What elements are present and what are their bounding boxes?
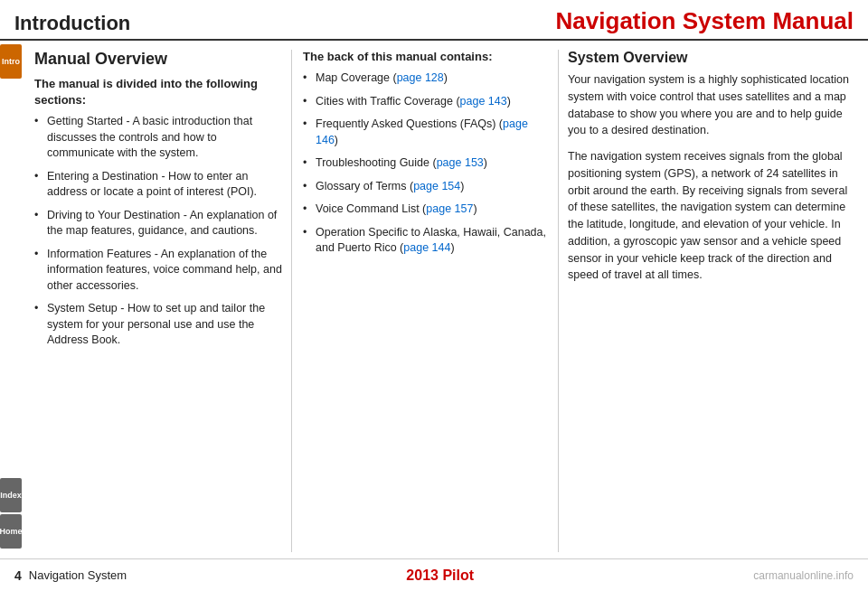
system-overview-p1: Your navigation system is a highly sophi…	[568, 71, 859, 139]
item-text: Map Coverage (	[316, 71, 397, 84]
page-header: Introduction Navigation System Manual	[0, 0, 868, 41]
item-text: Frequently Asked Questions (FAQs) (page …	[316, 117, 528, 146]
right-column: System Overview Your navigation system i…	[559, 50, 868, 552]
intro-tab[interactable]: Intro	[0, 44, 22, 79]
item-text: Cities with Traffic Coverage (page 143)	[316, 95, 511, 108]
list-item: Driving to Your Destination - An explana…	[34, 208, 282, 239]
page-link[interactable]: page 143	[460, 95, 507, 108]
footer-right: carmanualonline.info	[753, 569, 854, 582]
section-title: Introduction	[14, 12, 130, 35]
list-item: Frequently Asked Questions (FAQs) (page …	[303, 117, 547, 148]
list-item: Map Coverage (page 128)	[303, 70, 547, 87]
page-link[interactable]: page 154	[413, 180, 460, 192]
item-text: Troubleshooting Guide (page 153)	[316, 156, 487, 169]
list-item: Troubleshooting Guide (page 153)	[303, 155, 547, 172]
manual-title: Navigation System Manual	[556, 7, 854, 35]
system-overview-heading: System Overview	[568, 50, 859, 66]
system-overview-p2: The navigation system receives signals f…	[568, 148, 859, 284]
manual-subtitle: The manual is divided into the following…	[34, 76, 282, 108]
middle-column: The back of this manual contains: Map Co…	[292, 50, 559, 552]
page-link[interactable]: page 144	[403, 241, 450, 254]
footer-left: 4 Navigation System	[14, 568, 127, 583]
page-link[interactable]: page 146	[316, 117, 528, 146]
item-text: Glossary of Terms (page 154)	[316, 180, 464, 192]
list-item: Getting Started - A basic introduction t…	[34, 114, 282, 162]
page-link[interactable]: page 157	[426, 202, 473, 215]
list-item: Voice Command List (page 157)	[303, 202, 547, 218]
index-tab[interactable]: Index	[0, 478, 22, 512]
list-item: System Setup - How to set up and tailor …	[34, 301, 282, 349]
list-item: Operation Specific to Alaska, Hawaii, Ca…	[303, 225, 547, 257]
back-of-manual-heading: The back of this manual contains:	[303, 50, 547, 63]
item-text: Operation Specific to Alaska, Hawaii, Ca…	[316, 226, 546, 255]
list-item: Information Features - An explanation of…	[34, 247, 282, 295]
footer-center: 2013 Pilot	[406, 568, 474, 584]
list-item: Glossary of Terms (page 154)	[303, 179, 547, 195]
list-item: Entering a Destination - How to enter an…	[34, 169, 282, 201]
back-of-manual-list: Map Coverage (page 128) Cities with Traf…	[303, 70, 547, 257]
list-item: Cities with Traffic Coverage (page 143)	[303, 94, 547, 110]
main-content: Intro Index Home Manual Overview The man…	[0, 41, 868, 552]
manual-overview-heading: Manual Overview	[34, 50, 282, 69]
left-column: Manual Overview The manual is divided in…	[34, 50, 292, 552]
item-suffix: )	[444, 71, 448, 84]
page-number: 4	[14, 568, 22, 583]
sidebar-tabs: Intro Index Home	[0, 41, 25, 552]
home-tab[interactable]: Home	[0, 514, 22, 549]
footer-nav-text: Navigation System	[29, 568, 127, 582]
footer-model-text: 2013 Pilot	[406, 568, 474, 583]
content-area: Manual Overview The manual is divided in…	[25, 41, 868, 552]
page-link[interactable]: page 153	[437, 156, 484, 169]
page-footer: 4 Navigation System 2013 Pilot carmanual…	[0, 558, 868, 591]
page-link[interactable]: page 128	[397, 71, 444, 84]
footer-website: carmanualonline.info	[753, 569, 854, 582]
manual-sections-list: Getting Started - A basic introduction t…	[34, 114, 282, 349]
item-text: Voice Command List (page 157)	[316, 202, 477, 215]
